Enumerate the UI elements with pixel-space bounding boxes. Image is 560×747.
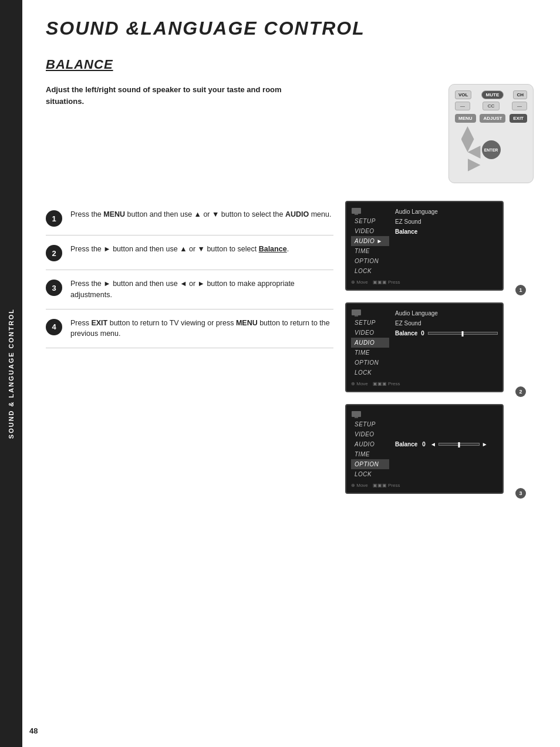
menu-item-option-1: OPTION bbox=[351, 256, 389, 266]
balance-label-2: Balance bbox=[395, 330, 417, 337]
menu-item-setup-3: SETUP bbox=[351, 419, 389, 429]
menu-footer-2: ⊕ Move ▣▣▣ Press bbox=[351, 381, 498, 386]
menu-right-balance-3: Balance 0 ◄ ► bbox=[395, 439, 498, 449]
screenshot-3-badge: 3 bbox=[515, 488, 526, 499]
remote-dash2: — bbox=[512, 102, 527, 110]
svg-rect-4 bbox=[352, 411, 361, 417]
dpad-right-btn bbox=[468, 159, 481, 171]
menu-item-setup-2: SETUP bbox=[351, 318, 389, 328]
remote-row2: — CC — bbox=[455, 102, 527, 110]
screenshot-2-badge: 2 bbox=[515, 386, 526, 397]
step-1-number: 1 bbox=[46, 210, 62, 227]
remote-top-row: VOL MUTE CH bbox=[455, 90, 527, 99]
menu-item-time-3: TIME bbox=[351, 449, 389, 459]
steps-list: 1 Press the MENU button and then use ▲ o… bbox=[46, 201, 333, 506]
top-area: Adjust the left/right sound of speaker t… bbox=[46, 84, 542, 183]
menu-right-balance-2: Balance 0 bbox=[395, 328, 498, 338]
step-3-number: 3 bbox=[46, 280, 62, 296]
screenshot-1-badge: 1 bbox=[515, 285, 526, 295]
menu-item-video-3: VIDEO bbox=[351, 429, 389, 439]
remote-container: VOL MUTE CH — CC — MENU ADJUST EXIT bbox=[448, 84, 542, 183]
dpad-enter-btn: ENTER bbox=[482, 140, 501, 159]
screenshot-3-wrapper: SETUP VIDEO AUDIO TIME OPTION LOCK bbox=[345, 404, 521, 494]
step-3: 3 Press the ► button and then use ◄ or ►… bbox=[46, 270, 333, 309]
menu-inner-3: SETUP VIDEO AUDIO TIME OPTION LOCK bbox=[351, 410, 498, 479]
step-4-number: 4 bbox=[46, 319, 62, 335]
menu-footer-press-2: ▣▣▣ Press bbox=[373, 381, 400, 386]
menu-footer-move-2: ⊕ Move bbox=[351, 381, 368, 386]
svg-rect-0 bbox=[352, 208, 361, 214]
menu-right-balance-1: Balance bbox=[395, 227, 498, 237]
step-2: 2 Press the ► button and then use ▲ or ▼… bbox=[46, 235, 333, 270]
svg-rect-1 bbox=[355, 214, 358, 215]
steps-area: 1 Press the MENU button and then use ▲ o… bbox=[46, 201, 542, 506]
menu-right-2: Audio Language EZ Sound Balance 0 bbox=[389, 308, 498, 378]
screenshot-2: SETUP VIDEO AUDIO TIME OPTION LOCK Audio… bbox=[345, 302, 504, 392]
menu-item-lock-2: LOCK bbox=[351, 368, 389, 378]
page-number: 48 bbox=[29, 726, 38, 735]
balance-right-arrow: ► bbox=[482, 441, 488, 447]
step-2-text: Press the ► button and then use ▲ or ▼ b… bbox=[70, 244, 289, 255]
menu-item-lock-3: LOCK bbox=[351, 469, 389, 479]
balance-label-3: Balance bbox=[395, 441, 417, 447]
screenshots-area: SETUP VIDEO AUDIO ► TIME OPTION LOCK Aud… bbox=[345, 201, 521, 506]
menu-item-time-2: TIME bbox=[351, 348, 389, 358]
remote-illustration: VOL MUTE CH — CC — MENU ADJUST EXIT bbox=[448, 84, 534, 183]
menu-item-setup-1: SETUP bbox=[351, 216, 389, 226]
screenshot-3: SETUP VIDEO AUDIO TIME OPTION LOCK bbox=[345, 404, 504, 494]
menu-item-video-2: VIDEO bbox=[351, 328, 389, 338]
tv-icon-2 bbox=[351, 308, 362, 317]
menu-right-3: Balance 0 ◄ ► bbox=[389, 410, 498, 479]
menu-left-3: SETUP VIDEO AUDIO TIME OPTION LOCK bbox=[351, 410, 389, 479]
svg-rect-5 bbox=[355, 417, 358, 418]
menu-footer-3: ⊕ Move ▣▣▣ Press bbox=[351, 483, 498, 488]
balance-value-3: 0 bbox=[422, 441, 426, 447]
remote-row3: MENU ADJUST EXIT bbox=[455, 114, 527, 123]
menu-right-audio-lang-1: Audio Language bbox=[395, 207, 498, 217]
menu-item-audio-2: AUDIO bbox=[351, 338, 389, 348]
svg-rect-2 bbox=[352, 309, 361, 315]
menu-inner-1: SETUP VIDEO AUDIO ► TIME OPTION LOCK Aud… bbox=[351, 207, 498, 276]
menu-item-lock-1: LOCK bbox=[351, 266, 389, 276]
menu-footer-1: ⊕ Move ▣▣▣ Press bbox=[351, 280, 498, 285]
menu-item-audio-1: AUDIO ► bbox=[351, 236, 389, 246]
menu-item-option-3: OPTION bbox=[351, 459, 389, 469]
screenshot-2-wrapper: SETUP VIDEO AUDIO TIME OPTION LOCK Audio… bbox=[345, 302, 521, 392]
remote-ch-label: CH bbox=[513, 90, 527, 99]
menu-item-video-1: VIDEO bbox=[351, 226, 389, 236]
remote-adjust-btn: ADJUST bbox=[480, 114, 505, 123]
step-3-text: Press the ► button and then use ◄ or ► b… bbox=[70, 278, 333, 301]
remote-vol-label: VOL bbox=[455, 90, 471, 99]
menu-footer-move-3: ⊕ Move bbox=[351, 483, 368, 488]
remote-menu-btn: MENU bbox=[455, 114, 476, 123]
sidebar-label: SOUND & LANGUAGE CONTROL bbox=[8, 308, 15, 439]
menu-right-audio-lang-2: Audio Language bbox=[395, 308, 498, 318]
menu-item-audio-3: AUDIO bbox=[351, 439, 389, 449]
menu-left-1: SETUP VIDEO AUDIO ► TIME OPTION LOCK bbox=[351, 207, 389, 276]
menu-right-1: Audio Language EZ Sound Balance bbox=[389, 207, 498, 276]
remote-dash1: — bbox=[455, 102, 470, 110]
section-title: BALANCE bbox=[46, 57, 542, 72]
menu-item-time-1: TIME bbox=[351, 246, 389, 256]
step-4: 4 Press EXIT button to return to TV view… bbox=[46, 309, 333, 349]
balance-value-2: 0 bbox=[421, 330, 424, 337]
dpad-up-btn bbox=[461, 126, 474, 139]
screenshot-1-wrapper: SETUP VIDEO AUDIO ► TIME OPTION LOCK Aud… bbox=[345, 201, 521, 291]
menu-item-option-2: OPTION bbox=[351, 358, 389, 368]
intro-text: Adjust the left/right sound of speaker t… bbox=[46, 84, 316, 107]
tv-icon-3 bbox=[351, 410, 362, 418]
menu-inner-2: SETUP VIDEO AUDIO TIME OPTION LOCK Audio… bbox=[351, 308, 498, 378]
main-content: SOUND &LANGUAGE CONTROL BALANCE Adjust t… bbox=[22, 0, 560, 523]
svg-rect-3 bbox=[355, 315, 358, 317]
tv-icon-1 bbox=[351, 207, 362, 215]
step-4-text: Press EXIT button to return to TV viewin… bbox=[70, 318, 333, 340]
remote-dpad: ENTER bbox=[468, 126, 515, 173]
remote-mute-btn: MUTE bbox=[481, 90, 504, 99]
menu-left-2: SETUP VIDEO AUDIO TIME OPTION LOCK bbox=[351, 308, 389, 378]
menu-footer-press-1: ▣▣▣ Press bbox=[373, 280, 400, 285]
menu-footer-move-1: ⊕ Move bbox=[351, 280, 368, 285]
screenshot-1: SETUP VIDEO AUDIO ► TIME OPTION LOCK Aud… bbox=[345, 201, 504, 291]
remote-cc-btn: CC bbox=[483, 102, 500, 110]
enter-label: ENTER bbox=[484, 148, 498, 152]
step-2-number: 2 bbox=[46, 245, 62, 261]
